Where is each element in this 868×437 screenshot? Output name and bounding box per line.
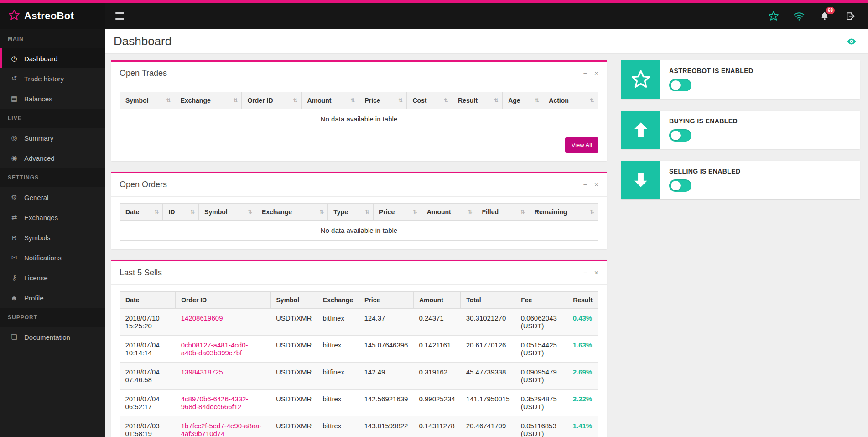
- cell-fee: 0.05154425 (USDT): [515, 336, 567, 363]
- sidebar-item-license[interactable]: ⚷ License: [0, 268, 105, 288]
- widget-label: BUYING IS ENABLED: [669, 117, 738, 125]
- column-header[interactable]: Price: [359, 92, 407, 109]
- empty-message: No data available in table: [120, 109, 598, 129]
- sidebar-item-label: License: [24, 274, 48, 282]
- cell-order-id: 4c8970b6-6426-4332-968d-84decc666f12: [176, 390, 270, 416]
- column-header[interactable]: Cost: [407, 92, 452, 109]
- order-id-link[interactable]: 0cb08127-a481-4cd0-a40b-da03b399c7bf: [181, 341, 248, 357]
- column-header[interactable]: Action: [543, 92, 598, 109]
- cell-symbol: USDT/XMR: [270, 336, 317, 363]
- column-header[interactable]: Order ID: [242, 92, 301, 109]
- panel-title: Last 5 Sells: [120, 268, 162, 278]
- cell-exchange: bitfinex: [317, 363, 359, 390]
- sidebar-item-summary[interactable]: ◎ Summary: [0, 128, 105, 148]
- minimize-icon[interactable]: [583, 181, 587, 189]
- brand[interactable]: AstreoBot: [0, 3, 105, 29]
- sidebar-item-documentation[interactable]: ❏ Documentation: [0, 327, 105, 347]
- astreobot-enabled-toggle[interactable]: [669, 79, 691, 91]
- column-header[interactable]: Date: [120, 204, 163, 221]
- open-trades-table: Symbol Exchange Order ID Amount Price Co…: [120, 92, 598, 129]
- column-header[interactable]: Result: [452, 92, 503, 109]
- notifications-bell-icon[interactable]: 68: [819, 10, 831, 22]
- cell-total: 20.61770126: [461, 336, 515, 363]
- tachometer-icon: ◷: [10, 54, 19, 63]
- selling-enabled-toggle[interactable]: [669, 179, 691, 192]
- column-header[interactable]: Type: [328, 204, 374, 221]
- table-row: 2018/07/10 15:25:20 14208619609 USDT/XMR…: [120, 309, 598, 336]
- sidebar-item-notifications[interactable]: ✉ Notifications: [0, 247, 105, 268]
- logout-icon[interactable]: [844, 10, 856, 22]
- order-id-link[interactable]: 13984318725: [181, 368, 223, 376]
- sidebar-item-profile[interactable]: ☻ Profile: [0, 288, 105, 308]
- table-row: 2018/07/04 07:46:58 13984318725 USDT/XMR…: [120, 363, 598, 390]
- column-header[interactable]: Age: [503, 92, 543, 109]
- sidebar-item-trade-history[interactable]: ↺ Trade history: [0, 68, 105, 89]
- cell-exchange: bitfinex: [317, 309, 359, 336]
- last-5-sells-table: Date Order ID Symbol Exchange Price Amou…: [120, 291, 598, 437]
- column-header[interactable]: Filled: [476, 204, 529, 221]
- sidebar-item-label: Dashboard: [24, 55, 57, 63]
- cell-total: 30.31021270: [461, 309, 515, 336]
- close-icon[interactable]: [594, 181, 598, 189]
- sidebar-item-symbols[interactable]: Ƀ Symbols: [0, 227, 105, 247]
- view-all-button[interactable]: View All: [565, 137, 598, 153]
- cell-amount: 0.1421161: [413, 336, 460, 363]
- cell-price: 124.37: [359, 309, 414, 336]
- cell-total: 45.47739338: [461, 363, 515, 390]
- sidebar-item-label: Notifications: [24, 254, 62, 262]
- bot-status-star-icon[interactable]: [768, 10, 780, 22]
- sidebar-item-label: Summary: [24, 134, 53, 142]
- column-header[interactable]: Symbol: [199, 204, 256, 221]
- sidebar-section-live: LIVE: [0, 109, 105, 128]
- sidebar-item-label: Documentation: [24, 333, 70, 341]
- buying-enabled-toggle[interactable]: [669, 129, 691, 142]
- eye-icon[interactable]: [846, 36, 857, 47]
- column-header[interactable]: Remaining: [529, 204, 598, 221]
- astreobot-enabled-widget: ASTREOBOT IS ENABLED: [621, 60, 860, 99]
- sidebar-item-exchanges[interactable]: ⇄ Exchanges: [0, 207, 105, 227]
- sidebar-item-label: Symbols: [24, 234, 51, 242]
- close-icon[interactable]: [594, 70, 598, 77]
- column-header[interactable]: Price: [373, 204, 421, 221]
- sidebar-item-dashboard[interactable]: ◷ Dashboard: [0, 48, 105, 68]
- last-5-sells-header: Last 5 Sells: [111, 261, 607, 285]
- cell-exchange: bittrex: [317, 416, 359, 437]
- empty-row: No data available in table: [120, 109, 598, 129]
- sidebar-item-balances[interactable]: ▤ Balances: [0, 89, 105, 109]
- sidebar-item-advanced[interactable]: ◉ Advanced: [0, 148, 105, 168]
- close-icon[interactable]: [594, 269, 598, 277]
- order-id-link[interactable]: 1b7fcc2f-5ed7-4e90-a8aa-4af39b710d74: [181, 422, 262, 437]
- column-header[interactable]: Symbol: [120, 92, 175, 109]
- column-header[interactable]: Exchange: [175, 92, 242, 109]
- column-header[interactable]: ID: [163, 204, 199, 221]
- order-id-link[interactable]: 14208619609: [181, 314, 223, 322]
- cell-price: 145.07646396: [359, 336, 414, 363]
- cell-symbol: USDT/XMR: [270, 309, 317, 336]
- cell-result: 0.43%: [567, 309, 598, 336]
- connection-wifi-icon[interactable]: [793, 10, 805, 22]
- empty-message: No data available in table: [120, 221, 598, 241]
- page-title: Dashboard: [114, 34, 172, 48]
- arrow-up-icon: [621, 111, 660, 149]
- sidebar-section-settings: SETTINGS: [0, 168, 105, 187]
- minimize-icon[interactable]: [583, 269, 587, 277]
- order-id-link[interactable]: 4c8970b6-6426-4332-968d-84decc666f12: [181, 395, 249, 411]
- cell-result: 2.69%: [567, 363, 598, 390]
- column-header[interactable]: Amount: [301, 92, 359, 109]
- column-header: Total: [461, 292, 515, 309]
- sidebar-item-general[interactable]: ⚙ General: [0, 187, 105, 207]
- column-header[interactable]: Amount: [421, 204, 476, 221]
- column-header[interactable]: Exchange: [256, 204, 327, 221]
- app-window: AstreoBot 68: [0, 0, 868, 437]
- hamburger-menu-icon[interactable]: [105, 3, 134, 29]
- sidebar-item-label: Trade history: [24, 75, 64, 83]
- toggle-knob: [671, 181, 681, 190]
- cell-fee: 0.09095479 (USDT): [515, 363, 567, 390]
- cell-result: 1.63%: [567, 336, 598, 363]
- table-row: 2018/07/03 01:58:19 1b7fcc2f-5ed7-4e90-a…: [120, 416, 598, 437]
- cell-amount: 0.99025234: [413, 390, 460, 416]
- open-trades-header: Open Trades: [111, 62, 607, 85]
- open-trades-panel: Open Trades: [111, 60, 607, 161]
- column-header: Symbol: [270, 292, 317, 309]
- minimize-icon[interactable]: [583, 70, 587, 77]
